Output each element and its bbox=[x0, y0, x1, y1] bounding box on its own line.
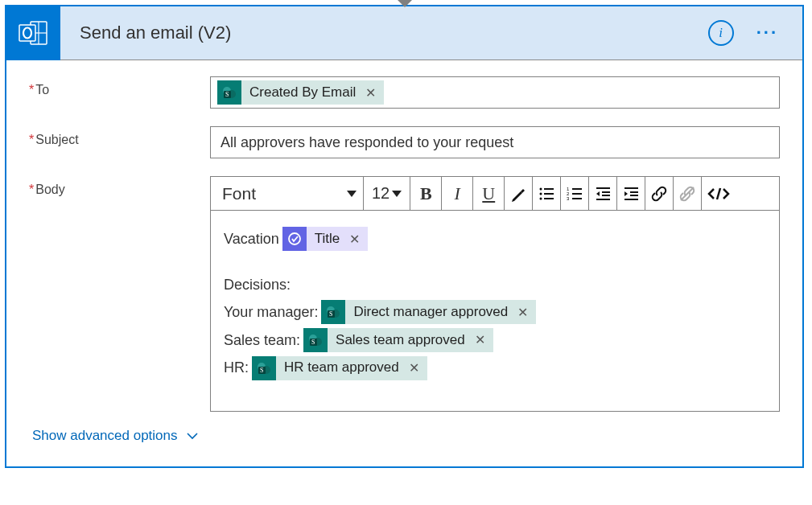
body-label: *Body bbox=[29, 176, 210, 197]
token-label: Created By Email bbox=[249, 84, 356, 101]
token-remove-icon[interactable]: ✕ bbox=[475, 329, 485, 351]
token-label: Sales team approved bbox=[336, 329, 465, 352]
svg-text:S: S bbox=[329, 310, 332, 318]
sharepoint-icon: S bbox=[217, 80, 241, 105]
show-advanced-options-link[interactable]: Show advanced options bbox=[29, 417, 780, 458]
subject-label: *Subject bbox=[29, 126, 210, 147]
svg-point-11 bbox=[540, 192, 542, 195]
token-label: Title bbox=[315, 228, 340, 251]
body-text: HR: bbox=[224, 355, 249, 380]
color-picker-button[interactable] bbox=[505, 177, 532, 210]
svg-text:S: S bbox=[225, 91, 229, 98]
caret-down-icon bbox=[347, 191, 357, 197]
token-hr-team-approved[interactable]: S HR team approved ✕ bbox=[252, 356, 427, 380]
to-label: *To bbox=[29, 76, 210, 97]
body-row: *Body Font 12 B I bbox=[29, 176, 780, 412]
action-card: Send an email (V2) i ··· *To S Created B… bbox=[5, 5, 804, 468]
token-created-by-email[interactable]: S Created By Email ✕ bbox=[217, 80, 384, 105]
svg-line-33 bbox=[717, 188, 720, 199]
indent-button[interactable] bbox=[617, 177, 645, 210]
sharepoint-icon: S bbox=[252, 356, 276, 380]
svg-text:S: S bbox=[311, 339, 315, 346]
action-title: Send an email (V2) bbox=[60, 23, 708, 43]
svg-point-12 bbox=[540, 197, 542, 199]
token-remove-icon[interactable]: ✕ bbox=[349, 228, 360, 250]
subject-input[interactable]: All approvers have responded to your req… bbox=[210, 126, 780, 158]
font-selector[interactable]: Font bbox=[214, 177, 363, 210]
underline-button[interactable]: U bbox=[473, 177, 504, 210]
token-label: Direct manager approved bbox=[353, 301, 508, 324]
token-sales-team-approved[interactable]: S Sales team approved ✕ bbox=[303, 328, 493, 352]
collapse-chevron-icon bbox=[398, 0, 412, 7]
outdent-button[interactable] bbox=[589, 177, 616, 210]
italic-button[interactable]: I bbox=[442, 177, 472, 210]
body-text: Sales team: bbox=[224, 328, 300, 353]
body-text: Vacation bbox=[224, 227, 279, 252]
bold-button[interactable]: B bbox=[410, 177, 441, 210]
svg-marker-26 bbox=[596, 191, 600, 196]
more-menu-icon[interactable]: ··· bbox=[756, 23, 778, 43]
token-title[interactable]: Title ✕ bbox=[282, 227, 369, 251]
caret-down-icon bbox=[392, 191, 402, 197]
sharepoint-icon: S bbox=[303, 328, 328, 352]
header-actions: i ··· bbox=[708, 20, 802, 46]
to-row: *To S Created By Email ✕ bbox=[29, 76, 780, 109]
approvals-icon bbox=[282, 227, 307, 251]
card-body: *To S Created By Email ✕ *Subject All a bbox=[6, 60, 802, 466]
link-button[interactable] bbox=[645, 177, 673, 210]
outlook-icon bbox=[6, 6, 60, 60]
rte-toolbar: Font 12 B I U bbox=[211, 177, 779, 211]
token-direct-manager-approved[interactable]: S Direct manager approved ✕ bbox=[321, 300, 536, 324]
body-text: Your manager: bbox=[224, 300, 318, 325]
token-remove-icon[interactable]: ✕ bbox=[409, 357, 419, 379]
svg-text:S: S bbox=[260, 367, 263, 374]
body-content[interactable]: Vacation Title ✕ Decisions: Your bbox=[211, 211, 779, 411]
token-remove-icon[interactable]: ✕ bbox=[517, 302, 528, 323]
bullet-list-button[interactable] bbox=[533, 177, 560, 210]
info-icon[interactable]: i bbox=[708, 20, 734, 46]
svg-marker-31 bbox=[624, 191, 628, 196]
svg-point-34 bbox=[289, 233, 300, 244]
body-text: Decisions: bbox=[224, 273, 291, 298]
subject-row: *Subject All approvers have responded to… bbox=[29, 126, 780, 158]
token-remove-icon[interactable]: ✕ bbox=[365, 85, 376, 101]
unlink-button[interactable] bbox=[674, 177, 701, 210]
rich-text-editor: Font 12 B I U bbox=[210, 176, 780, 412]
numbered-list-button[interactable]: 123 bbox=[561, 177, 588, 210]
token-label: HR team approved bbox=[284, 356, 399, 380]
font-size-selector[interactable]: 12 bbox=[364, 177, 410, 210]
svg-marker-0 bbox=[398, 0, 412, 7]
svg-text:3: 3 bbox=[567, 196, 570, 201]
sharepoint-icon: S bbox=[321, 300, 345, 324]
svg-point-10 bbox=[540, 187, 542, 190]
card-header[interactable]: Send an email (V2) i ··· bbox=[6, 6, 802, 60]
code-view-button[interactable] bbox=[702, 177, 736, 210]
chevron-down-icon bbox=[186, 428, 199, 444]
to-input[interactable]: S Created By Email ✕ bbox=[210, 76, 780, 109]
